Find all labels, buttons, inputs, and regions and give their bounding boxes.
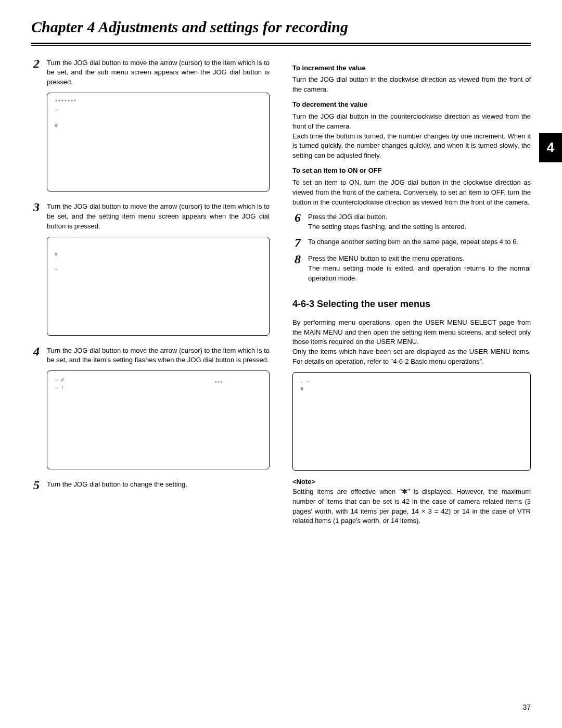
menu-screen-3: # →	[47, 237, 270, 336]
screen-line: #	[55, 250, 262, 258]
section-heading-463: 4-6-3 Selecting the user menus	[292, 297, 531, 311]
step-number: 7	[292, 236, 303, 249]
step-number: 2	[31, 57, 42, 70]
screen-line	[55, 114, 262, 122]
step-number: 4	[31, 345, 42, 357]
step-number: 6	[292, 211, 303, 224]
page-number: 37	[522, 702, 531, 712]
step-text: Press the MENU button to exit the menu o…	[308, 254, 531, 284]
screen-line: #	[55, 122, 262, 130]
screen-line: *******	[55, 98, 262, 106]
right-column: To increment the value Turn the JOG dial…	[292, 58, 531, 532]
section-para-2: Only the items which have been set are d…	[292, 347, 531, 367]
onoff-heading: To set an item to ON or OFF	[292, 166, 531, 176]
user-menu-select-screen: . - #	[292, 372, 531, 471]
chapter-tab: 4	[539, 133, 562, 162]
step-8: 8 Press the MENU button to exit the menu…	[292, 254, 531, 284]
step-4: 4 Turn the JOG dial button to move the a…	[31, 346, 270, 366]
step-text: Turn the JOG dial button to change the s…	[47, 480, 270, 490]
step-text: Turn the JOG dial button to move the arr…	[47, 58, 270, 88]
step-3: 3 Turn the JOG dial button to move the a…	[31, 202, 270, 232]
step-text: Turn the JOG dial button to move the arr…	[47, 202, 270, 232]
menu-screen-4: → # → !	[47, 371, 270, 469]
left-column: 2 Turn the JOG dial button to move the a…	[31, 58, 270, 532]
step-number: 5	[31, 479, 42, 491]
heading-rule-thick	[31, 43, 531, 44]
two-column-layout: 2 Turn the JOG dial button to move the a…	[31, 58, 531, 532]
screen-line: →	[55, 106, 262, 114]
screen-line: →	[55, 266, 262, 274]
step-7: 7 To change another setting item on the …	[292, 237, 531, 249]
step-number: 3	[31, 201, 42, 213]
increment-heading: To increment the value	[292, 63, 531, 73]
heading-rule-thin	[31, 45, 531, 46]
section-para-1: By performing menu operations, open the …	[292, 318, 531, 348]
step-text: Press the JOG dial button. The setting s…	[308, 212, 531, 232]
step-2: 2 Turn the JOG dial button to move the a…	[31, 58, 270, 88]
increment-text: Turn the JOG dial button in the clockwis…	[292, 75, 531, 95]
step-6: 6 Press the JOG dial button. The setting…	[292, 212, 531, 232]
decrement-text: Turn the JOG dial button in the counterc…	[292, 112, 531, 132]
decrement-text-2: Each time the button is turned, the numb…	[292, 132, 531, 161]
note-text: Setting items are effective when "✱" is …	[292, 487, 531, 526]
screen-line: #	[300, 386, 523, 393]
decrement-heading: To decrement the value	[292, 100, 531, 110]
screen-line: → !	[55, 384, 262, 392]
flashing-value-box	[215, 381, 222, 382]
screen-line	[55, 242, 262, 250]
step-5: 5 Turn the JOG dial button to change the…	[31, 480, 270, 491]
onoff-text: To set an item to ON, turn the JOG dial …	[292, 178, 531, 208]
chapter-title: Chapter 4 Adjustments and settings for r…	[31, 16, 531, 42]
step-text: Turn the JOG dial button to move the arr…	[47, 346, 270, 366]
screen-line: . -	[300, 378, 523, 386]
step-number: 8	[292, 253, 303, 265]
step-text: To change another setting item on the sa…	[308, 237, 531, 247]
screen-line	[55, 258, 262, 266]
menu-screen-2: ******* → #	[47, 93, 270, 191]
screen-line: → #	[55, 376, 262, 384]
note-label: <Note>	[292, 477, 531, 487]
